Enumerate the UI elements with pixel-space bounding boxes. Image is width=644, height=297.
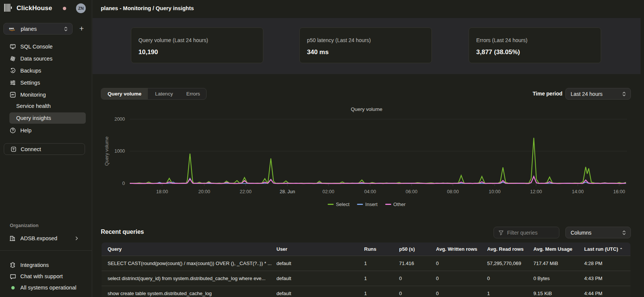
svg-text:04:00: 04:00 — [364, 189, 376, 194]
svg-text:14:00: 14:00 — [572, 189, 583, 194]
svg-text:18:00: 18:00 — [156, 189, 168, 194]
svg-text:aws: aws — [9, 27, 14, 30]
svg-text:06:00: 06:00 — [406, 189, 417, 194]
svg-text:12:00: 12:00 — [530, 189, 542, 194]
svg-text:2000: 2000 — [114, 117, 125, 122]
svg-text:02:00: 02:00 — [322, 189, 334, 194]
svg-text:08:00: 08:00 — [447, 189, 459, 194]
svg-text:1000: 1000 — [114, 148, 125, 154]
svg-text:20:00: 20:00 — [198, 189, 210, 194]
svg-text:10:00: 10:00 — [489, 189, 500, 194]
svg-text:Query volume: Query volume — [104, 136, 109, 166]
svg-text:16:00: 16:00 — [613, 189, 625, 194]
svg-text:22:00: 22:00 — [240, 189, 251, 194]
svg-text:28. Jun: 28. Jun — [279, 189, 295, 194]
svg-text:0: 0 — [122, 181, 125, 186]
